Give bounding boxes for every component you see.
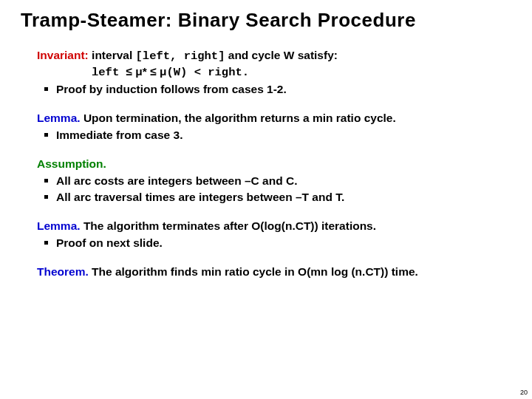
invariant-label: Invariant: — [37, 49, 89, 61]
invariant-line2c: (W) < right. — [166, 66, 249, 79]
invariant-line2b: ≤ μ* ≤ μ — [126, 65, 167, 78]
assumption-bullets: All arc costs are integers between –C an… — [37, 174, 511, 206]
invariant-block: Invariant: interval [left, right] and cy… — [37, 48, 511, 98]
assumption-bullet2: All arc traversal times are integers bet… — [37, 190, 511, 205]
lemma2-text: The algorithm terminates after O(log(n.C… — [83, 219, 376, 232]
invariant-bullet: Proof by induction follows from cases 1-… — [37, 82, 511, 98]
invariant-line1: Invariant: interval [left, right] and cy… — [37, 48, 511, 64]
invariant-line2a: left — [92, 66, 126, 79]
lemma1-label: Lemma. — [37, 112, 81, 124]
lemma1-line: Lemma. Upon termination, the algorithm r… — [37, 111, 511, 126]
page-number: 20 — [520, 389, 528, 396]
assumption-block: Assumption. All arc costs are integers b… — [37, 157, 511, 206]
lemma1-bullet: Immediate from case 3. — [37, 128, 511, 143]
invariant-text-before: interval — [92, 49, 135, 61]
lemma2-block: Lemma. The algorithm terminates after O(… — [37, 219, 511, 251]
assumption-bullet1: All arc costs are integers between –C an… — [37, 174, 511, 189]
lemma2-bullet: Proof on next slide. — [37, 236, 511, 251]
invariant-code1: [left, right] — [136, 50, 225, 63]
lemma1-block: Lemma. Upon termination, the algorithm r… — [37, 111, 511, 143]
lemma1-bullets: Immediate from case 3. — [37, 128, 511, 143]
lemma2-bullets: Proof on next slide. — [37, 236, 511, 251]
theorem-text: The algorithm finds min ratio cycle in O… — [92, 265, 418, 278]
theorem-label: Theorem. — [37, 265, 89, 278]
invariant-bullets: Proof by induction follows from cases 1-… — [37, 82, 511, 98]
theorem-block: Theorem. The algorithm finds min ratio c… — [37, 265, 511, 280]
lemma2-label: Lemma. — [37, 219, 81, 232]
invariant-text-mid: and cycle W satisfy: — [225, 49, 337, 61]
slide-title: Tramp-Steamer: Binary Search Procedure — [21, 9, 511, 32]
assumption-label: Assumption. — [37, 157, 511, 172]
invariant-line2: left ≤ μ* ≤ μ(W) < right. — [37, 64, 511, 81]
lemma2-line: Lemma. The algorithm terminates after O(… — [37, 219, 511, 234]
slide: Tramp-Steamer: Binary Search Procedure I… — [0, 0, 532, 399]
lemma1-text: Upon termination, the algorithm returns … — [83, 112, 396, 124]
